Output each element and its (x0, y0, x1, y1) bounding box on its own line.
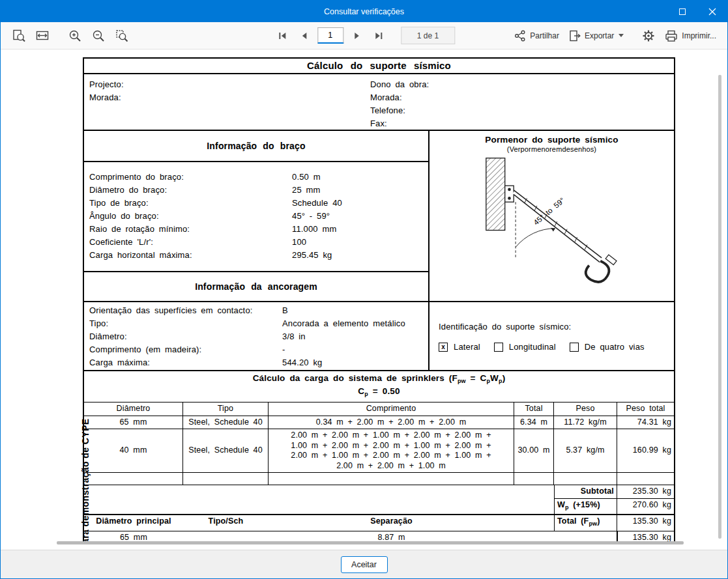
project-info-box: Projecto: Morada: Dono da obra: Morada: … (83, 74, 675, 131)
first-page-button[interactable] (273, 27, 291, 44)
page-number-input[interactable] (317, 27, 343, 44)
maximize-button[interactable] (667, 1, 697, 22)
brace-info-title: Informação do braço (84, 131, 428, 162)
accept-button[interactable]: Aceitar (341, 556, 388, 573)
row-label: Orientação das superfícies em contacto: (89, 305, 282, 315)
col-header: Diâmetro principal (84, 515, 183, 531)
fax-label: Fax: (370, 117, 429, 130)
previous-page-icon (298, 30, 310, 42)
document-viewer: Cálculo do suporte sísmico Projecto: Mor… (1, 49, 727, 550)
info-row: Carga máxima: 544.20 kg (89, 356, 423, 369)
gear-icon (642, 29, 655, 42)
last-page-button[interactable] (370, 27, 388, 44)
export-button[interactable]: Exportar (565, 27, 627, 45)
zoom-out-button[interactable] (88, 26, 109, 46)
longitudinal-checkbox[interactable] (494, 343, 503, 352)
zoom-out-icon (91, 29, 106, 43)
close-icon (708, 8, 716, 16)
info-row: Orientação das superfícies em contacto: … (89, 304, 423, 317)
zoom-in-button[interactable] (65, 26, 85, 46)
lateral-checkbox[interactable]: x (439, 343, 448, 352)
row-label: Comprimento (em madeira): (89, 345, 282, 354)
report-title: Cálculo do suporte sísmico (83, 57, 675, 74)
row-label: Diâmetro do braço: (89, 185, 292, 195)
row-label: Coeficiente 'L/r': (89, 237, 292, 247)
wp-label: Wp (+15%) (554, 499, 617, 515)
row-label: Carga horizontal máxima: (89, 250, 292, 260)
info-row: Comprimento (em madeira): - (89, 343, 423, 356)
vertical-scrollbar[interactable] (718, 75, 721, 539)
wp-value: 270.60 kg (617, 499, 674, 515)
settings-button[interactable] (639, 27, 658, 45)
info-row: Diâmetro do braço: 25 mm (89, 183, 423, 196)
detail-subtitle: (Verpormenoremdesenhos) (430, 145, 674, 153)
row-value: 25 mm (292, 185, 423, 195)
fit-width-button[interactable] (32, 26, 53, 46)
row-label: Diâmetro: (89, 332, 282, 341)
seismic-detail-box: Pormenor do suporte sísmico (Verpormenor… (430, 131, 674, 302)
col-header: Diâmetro (84, 402, 183, 416)
share-icon (514, 29, 527, 42)
main-pipe-table: Diâmetro principal Tipo/Sch Separação To… (83, 514, 675, 544)
row-value: 0.50 m (292, 172, 423, 182)
info-row: Ângulo do braço: 45° - 59° (89, 209, 423, 222)
row-label: Comprimento do braço: (89, 172, 292, 182)
col-header: Tipo/Sch (183, 515, 269, 531)
table-row: 40 mm Steel, Schedule 40 2.00 m + 2.00 m… (84, 429, 674, 473)
anchorage-info-rows: Orientação das superfícies em contacto: … (84, 302, 428, 370)
zoom-selection-button[interactable] (111, 26, 132, 46)
row-value: Ancorada a elemento metálico (282, 318, 423, 328)
row-value: Schedule 40 (292, 198, 423, 208)
action-tools: Partilhar Exportar (510, 27, 720, 45)
maximize-icon (679, 8, 686, 15)
four-way-label: De quatro vias (585, 342, 645, 352)
col-header: Total (514, 402, 554, 416)
sprinkler-load-table: Cálculo da carga do sistema de sprinkler… (83, 371, 675, 514)
print-button[interactable]: Imprimir... (661, 27, 720, 45)
horizontal-scrollbar[interactable] (57, 541, 684, 544)
next-page-button[interactable] (347, 27, 366, 44)
four-way-checkbox[interactable] (570, 343, 579, 352)
share-label: Partilhar (530, 31, 559, 40)
previous-page-button[interactable] (295, 27, 313, 44)
titlebar: Consultar verificações (1, 1, 727, 22)
zoom-selection-icon (115, 29, 129, 43)
printer-icon (664, 29, 678, 42)
col-header: Tipo (183, 402, 269, 416)
owner-info: Dono da obra: Morada: Telefone: Fax: (370, 78, 429, 130)
row-label: Tipo: (89, 318, 282, 328)
table-empty-row (84, 473, 674, 485)
fit-width-icon (35, 29, 50, 43)
row-label: Ângulo do braço: (89, 211, 292, 221)
zoom-in-icon (68, 29, 82, 43)
last-page-icon (373, 30, 385, 42)
main-table-header-row: Diâmetro principal Tipo/Sch Separação To… (84, 515, 674, 531)
phone-label: Telefone: (370, 104, 429, 117)
print-label: Imprimir... (682, 31, 716, 40)
wp-row: Wp (+15%) 270.60 kg (84, 499, 674, 515)
info-row: Comprimento do braço: 0.50 m (89, 170, 423, 183)
page-count-label: 1 de 1 (401, 27, 455, 44)
demo-watermark: ara demonstração de CYPE (80, 374, 92, 544)
subtotal-row: Subtotal 235.30 kg (84, 485, 674, 499)
total-fpw-label: Total (Fpw) (554, 515, 617, 531)
share-button[interactable]: Partilhar (510, 27, 562, 45)
right-column: Pormenor do suporte sísmico (Verpormenor… (430, 131, 674, 370)
info-row: Raio de rotação mínimo: 11.000 mm (89, 222, 423, 235)
info-row: Tipo de braço: Schedule 40 (89, 196, 423, 209)
window-title: Consultar verificações (1, 7, 727, 16)
col-header: Comprimento (269, 402, 514, 416)
subtotal-value: 235.30 kg (617, 485, 674, 499)
row-label: Tipo de braço: (89, 198, 292, 208)
identification-title: Identificação do suporte sísmico: (439, 322, 665, 332)
next-page-icon (351, 30, 362, 42)
table-row: 65 mm Steel, Schedule 40 0.34 m + 2.00 m… (84, 416, 674, 430)
info-row: Coeficiente 'L/r': 100 (89, 235, 423, 248)
fit-page-button[interactable] (8, 26, 29, 46)
info-row: Carga horizontal máxima: 295.45 kg (89, 248, 423, 261)
owner-label: Dono da obra: (370, 78, 429, 91)
close-button[interactable] (697, 1, 727, 22)
detail-title: Pormenor do suporte sísmico (430, 135, 674, 145)
brace-info-rows: Comprimento do braço: 0.50 m Diâmetro do… (84, 162, 428, 271)
anchorage-info-title: Informação da ancoragem (84, 271, 428, 302)
